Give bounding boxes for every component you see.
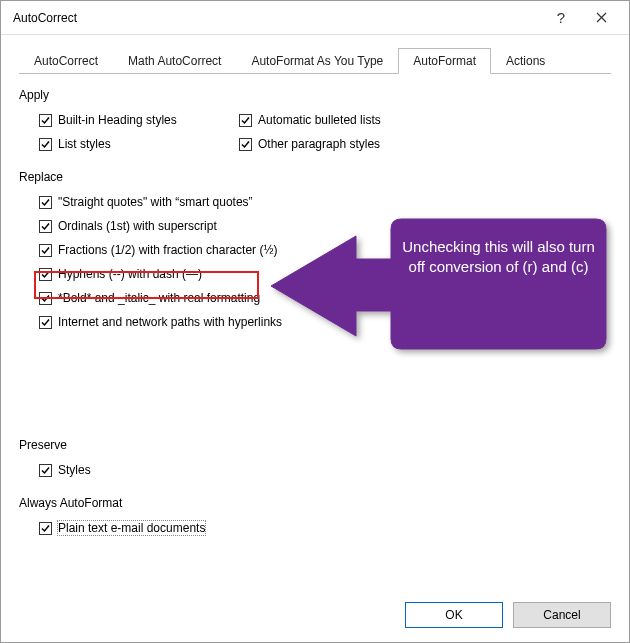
check-icon [239,114,252,127]
checkbox-label: Hyphens (--) with dash (—) [58,267,202,281]
checkbox-label: "Straight quotes" with “smart quotes” [58,195,253,209]
always-options: Plain text e-mail documents [19,516,611,540]
tab-autoformat-as-you-type[interactable]: AutoFormat As You Type [236,48,398,74]
checkbox-label: List styles [58,137,111,151]
ok-button[interactable]: OK [405,602,503,628]
checkbox-label: Styles [58,463,91,477]
checkbox-other-paragraph[interactable]: Other paragraph styles [239,132,439,156]
check-icon [39,316,52,329]
checkbox-label: Fractions (1/2) with fraction character … [58,243,277,257]
checkbox-straight-quotes[interactable]: "Straight quotes" with “smart quotes” [39,190,611,214]
tab-autocorrect[interactable]: AutoCorrect [19,48,113,74]
check-icon [39,292,52,305]
checkbox-label: Automatic bulleted lists [258,113,381,127]
tab-actions[interactable]: Actions [491,48,560,74]
checkbox-label: Plain text e-mail documents [58,521,205,535]
checkbox-fractions[interactable]: Fractions (1/2) with fraction character … [39,238,611,262]
section-preserve-label: Preserve [19,438,611,452]
tab-bar: AutoCorrect Math AutoCorrect AutoFormat … [19,47,611,74]
help-button[interactable]: ? [541,3,581,33]
replace-options: "Straight quotes" with “smart quotes” Or… [19,190,611,334]
check-icon [39,138,52,151]
tab-math-autocorrect[interactable]: Math AutoCorrect [113,48,236,74]
check-icon [39,464,52,477]
check-icon [39,220,52,233]
section-replace-label: Replace [19,170,611,184]
checkbox-plain-text-email[interactable]: Plain text e-mail documents [39,516,611,540]
checkbox-internet-paths[interactable]: Internet and network paths with hyperlin… [39,310,611,334]
autocorrect-dialog: AutoCorrect ? AutoCorrect Math AutoCorre… [0,0,630,643]
checkbox-list-styles[interactable]: List styles [39,132,239,156]
dialog-buttons: OK Cancel [405,602,611,628]
cancel-button[interactable]: Cancel [513,602,611,628]
checkbox-hyphens[interactable]: Hyphens (--) with dash (—) [39,262,611,286]
checkbox-bulleted-lists[interactable]: Automatic bulleted lists [239,108,439,132]
apply-options: Built-in Heading styles List styles Auto… [19,108,611,156]
checkbox-label: Built-in Heading styles [58,113,177,127]
preserve-options: Styles [19,458,611,482]
checkbox-label: *Bold* and _italic_ with real formatting [58,291,260,305]
close-icon [596,12,607,23]
check-icon [39,196,52,209]
check-icon [239,138,252,151]
check-icon [39,268,52,281]
check-icon [39,114,52,127]
checkbox-label: Ordinals (1st) with superscript [58,219,217,233]
check-icon [39,522,52,535]
checkbox-ordinals[interactable]: Ordinals (1st) with superscript [39,214,611,238]
section-apply-label: Apply [19,88,611,102]
window-title: AutoCorrect [13,11,541,25]
checkbox-label: Internet and network paths with hyperlin… [58,315,282,329]
checkbox-label: Other paragraph styles [258,137,380,151]
dialog-content: AutoCorrect Math AutoCorrect AutoFormat … [1,35,629,550]
close-button[interactable] [581,3,621,33]
check-icon [39,244,52,257]
section-always-label: Always AutoFormat [19,496,611,510]
checkbox-styles[interactable]: Styles [39,458,611,482]
checkbox-heading-styles[interactable]: Built-in Heading styles [39,108,239,132]
checkbox-bold-italic[interactable]: *Bold* and _italic_ with real formatting [39,286,611,310]
titlebar: AutoCorrect ? [1,1,629,35]
tab-autoformat[interactable]: AutoFormat [398,48,491,74]
